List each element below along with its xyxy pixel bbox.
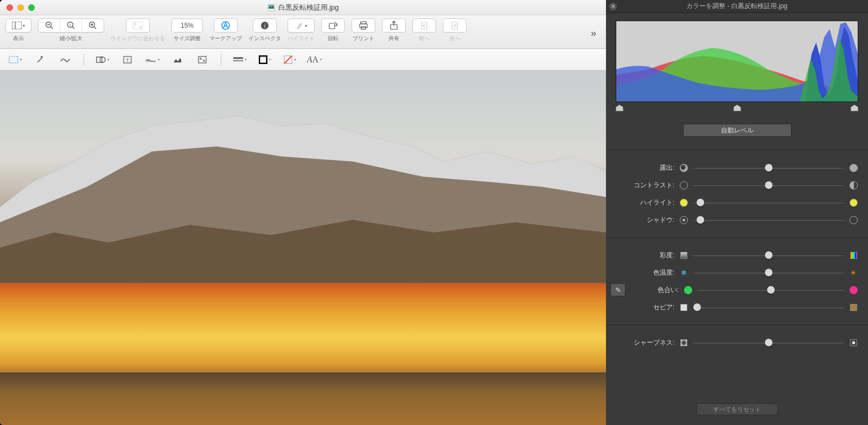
share-label: 共有	[388, 35, 399, 42]
print-icon	[359, 21, 368, 30]
separator	[221, 54, 221, 66]
prev-button[interactable]	[412, 18, 436, 33]
svg-text:1: 1	[69, 23, 71, 27]
svg-rect-2	[12, 22, 22, 29]
white-point-handle[interactable]	[851, 105, 858, 111]
text-icon: T	[123, 55, 132, 64]
traffic-lights	[0, 4, 35, 11]
share-button[interactable]	[382, 18, 406, 33]
rotate-button[interactable]	[321, 18, 345, 33]
sketch-icon	[60, 56, 71, 64]
svg-line-27	[37, 58, 42, 62]
contrast-slider[interactable]	[693, 180, 844, 190]
titlebar[interactable]: 白黒反転検証用.jpg	[0, 0, 606, 15]
fill-icon	[284, 55, 292, 64]
shadows-label: シャドウ:	[606, 215, 674, 225]
next-label: 次へ	[449, 35, 460, 42]
toolbar: ▾ 表示 1 縮小/拡大 ウインドウに合わせる 15% サイズ調整 マークアップ	[0, 15, 606, 49]
font-tool[interactable]: AA▾	[307, 53, 322, 67]
panel-title-text: カラーを調整 - 白黒反転検証用.jpg	[686, 2, 787, 11]
contrast-label: コントラスト:	[606, 181, 674, 190]
saturation-max-icon	[848, 250, 858, 260]
panel-close-button[interactable]: ✕	[609, 3, 617, 10]
resize-icon	[197, 55, 207, 64]
divider	[606, 325, 868, 325]
temperature-min-icon: ❄	[679, 268, 688, 277]
line-style-tool[interactable]: ▾	[232, 53, 247, 67]
zoom-label: 縮小/拡大	[60, 35, 83, 42]
selection-tool[interactable]: ▾	[8, 53, 23, 67]
auto-levels-button[interactable]: 自動レベル	[683, 124, 792, 137]
selection-icon	[9, 56, 18, 64]
panel-titlebar[interactable]: ✕ カラーを調整 - 白黒反転検証用.jpg	[606, 0, 868, 13]
next-icon	[450, 21, 459, 30]
sign-icon	[145, 56, 156, 64]
image-water	[0, 372, 606, 425]
fit-window-button[interactable]	[126, 18, 150, 33]
adjust-color-tool[interactable]	[170, 53, 185, 67]
instant-alpha-tool[interactable]	[33, 53, 48, 67]
fit-label: ウインドウに合わせる	[111, 35, 165, 42]
saturation-min-icon	[679, 250, 688, 260]
highlights-max-icon	[848, 198, 858, 207]
highlight-button[interactable]: ▾	[288, 18, 315, 33]
print-button[interactable]	[352, 18, 375, 33]
temperature-label: 色温度:	[606, 268, 674, 277]
sepia-label: セピア:	[606, 303, 674, 312]
size-label: サイズ調整	[174, 35, 201, 42]
tint-slider[interactable]	[697, 285, 844, 295]
highlights-slider[interactable]	[693, 198, 844, 207]
contrast-max-icon	[848, 180, 858, 190]
view-button[interactable]: ▾	[5, 18, 31, 33]
mid-point-handle[interactable]	[733, 105, 741, 111]
border-color-tool[interactable]: ▾	[257, 53, 272, 67]
border-icon	[259, 55, 267, 64]
sharpness-label: シャープネス:	[606, 338, 674, 347]
sepia-slider[interactable]	[693, 302, 844, 312]
share-icon	[390, 21, 398, 30]
divider	[606, 237, 868, 238]
exposure-min-icon	[679, 163, 688, 173]
sign-tool[interactable]: ▾	[145, 53, 160, 67]
inspector-button[interactable]: i	[253, 18, 277, 33]
image-trees	[0, 283, 606, 383]
minimize-window-button[interactable]	[17, 4, 24, 11]
temperature-slider[interactable]	[693, 268, 844, 277]
reset-all-button[interactable]: すべてをリセット	[697, 403, 778, 415]
histogram	[616, 21, 858, 102]
svg-rect-25	[452, 22, 457, 29]
highlight-label: ハイライト	[288, 35, 315, 42]
svg-rect-24	[422, 22, 427, 29]
text-tool[interactable]: T	[120, 53, 135, 67]
black-point-handle[interactable]	[616, 105, 623, 111]
shadows-max-icon	[848, 215, 858, 225]
sketch-tool[interactable]	[58, 53, 73, 67]
zoom-in-button[interactable]	[82, 18, 104, 33]
line-icon	[233, 57, 243, 62]
sepia-min-icon	[679, 302, 688, 312]
zoom-actual-button[interactable]: 1	[60, 18, 82, 33]
zoom-value-button[interactable]: 15%	[171, 18, 203, 33]
next-button[interactable]	[443, 18, 467, 33]
image-canvas[interactable]	[0, 71, 606, 425]
shadows-slider[interactable]	[693, 215, 844, 225]
adjust-size-tool[interactable]	[195, 53, 210, 67]
markup-toolbar: ▾ ▾ T ▾ ▾ ▾ ▾ AA▾	[0, 49, 606, 71]
shadows-min-icon	[679, 215, 688, 225]
image-content	[0, 106, 606, 283]
zoom-window-button[interactable]	[28, 4, 35, 11]
fill-color-tool[interactable]: ▾	[282, 53, 297, 67]
eyedropper-button[interactable]: ✎	[610, 283, 626, 296]
toolbar-overflow[interactable]: »	[591, 28, 601, 39]
close-window-button[interactable]	[7, 4, 13, 11]
svg-rect-18	[329, 23, 335, 29]
svg-point-29	[100, 57, 105, 62]
window-title: 白黒反転検証用.jpg	[267, 3, 339, 12]
zoom-out-button[interactable]	[39, 18, 60, 33]
saturation-slider[interactable]	[693, 250, 844, 260]
svg-line-8	[72, 27, 74, 29]
sharpness-slider[interactable]	[693, 338, 844, 347]
exposure-slider[interactable]	[693, 163, 844, 173]
shapes-tool[interactable]: ▾	[95, 53, 110, 67]
markup-button[interactable]	[214, 18, 238, 33]
